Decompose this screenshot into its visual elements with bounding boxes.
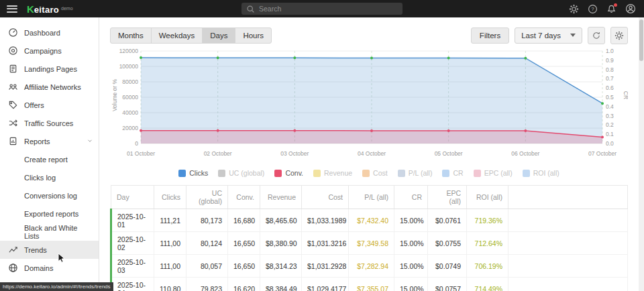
legend-item[interactable]: Revenue	[313, 169, 352, 177]
tab-weekdays[interactable]: Weekdays	[151, 27, 203, 44]
mouse-cursor	[58, 253, 66, 267]
logo-text: eitaro	[34, 5, 59, 15]
legend-item[interactable]: P/L (all)	[398, 169, 433, 177]
tag-icon	[8, 100, 18, 110]
legend-item[interactable]: Cost	[362, 169, 388, 177]
cell: $1,029.4177	[302, 278, 349, 291]
svg-text:0.3: 0.3	[606, 113, 614, 119]
table-row[interactable]: 2025-10-01111,2180,17316,680$8,465.60$1,…	[111, 209, 628, 232]
table-row[interactable]: 2025-10-02111,0080,12416,650$8,380.90$1,…	[111, 232, 628, 255]
date-range-select[interactable]: Last 7 days	[515, 27, 582, 44]
sidebar-item-label: Traffic Sources	[24, 119, 73, 127]
tab-days[interactable]: Days	[202, 27, 235, 44]
column-header[interactable]: UC (global)	[186, 186, 228, 209]
sidebar-item-trends[interactable]: Trends	[0, 241, 99, 259]
legend-label: Revenue	[324, 169, 352, 177]
cell: $8,380.90	[260, 232, 302, 255]
svg-text:06 October: 06 October	[511, 150, 539, 157]
column-header[interactable]: Day	[111, 186, 154, 209]
chevron-down-icon	[570, 34, 576, 37]
page-icon	[8, 64, 18, 74]
legend-label: EPC (all)	[484, 169, 513, 177]
sidebar-item-label: Exported reports	[24, 210, 78, 218]
demo-badge: demo	[61, 6, 73, 11]
cell: 111,00	[154, 255, 186, 278]
column-header[interactable]: ROI (all)	[467, 186, 508, 209]
vertical-scrollbar[interactable]	[639, 17, 644, 291]
sidebar-item-traffic-sources[interactable]: Traffic Sources	[0, 114, 99, 132]
sidebar-item-campaigns[interactable]: Campaigns	[0, 42, 99, 60]
legend-item[interactable]: Clicks	[178, 169, 208, 177]
sidebar-item-label: Create report	[24, 156, 68, 164]
sidebar-item-domains[interactable]: Domains	[0, 259, 99, 277]
cell: 2025-10-02	[111, 232, 154, 255]
sidebar-item-black-white-lists[interactable]: Black and White Lists	[0, 223, 99, 241]
legend-item[interactable]: ROI (all)	[523, 169, 559, 177]
sidebar-item-dashboard[interactable]: Dashboard	[0, 23, 99, 42]
cell-filler	[508, 232, 628, 255]
notifications-bell-icon[interactable]	[606, 3, 617, 15]
column-header[interactable]: Revenue	[260, 186, 302, 209]
sidebar-item-label: Black and White Lists	[24, 224, 93, 240]
sidebar-item-label: Clicks log	[24, 174, 56, 182]
refresh-button[interactable]	[588, 27, 605, 44]
help-icon[interactable]: ?	[587, 3, 598, 15]
legend-item[interactable]: CR	[442, 169, 463, 177]
filters-button[interactable]: Filters	[471, 27, 509, 44]
sidebar-item-landings-pages[interactable]: Landings Pages	[0, 60, 99, 78]
sidebar-item-label: Domains	[24, 264, 53, 272]
legend-label: P/L (all)	[409, 169, 433, 177]
legend-item[interactable]: EPC (all)	[474, 169, 513, 177]
column-header[interactable]: Clicks	[154, 186, 186, 209]
column-header[interactable]: P/L (all)	[349, 186, 394, 209]
notification-dot	[614, 3, 617, 7]
column-header[interactable]: CR	[394, 186, 428, 209]
legend-swatch	[523, 170, 530, 177]
sidebar-item-exported-reports[interactable]: Exported reports	[0, 205, 99, 223]
settings-gear-icon[interactable]	[568, 3, 580, 15]
cell: $7,349.58	[349, 232, 394, 255]
cell: $0.0749	[428, 255, 467, 278]
column-header[interactable]: EPC (all)	[428, 186, 467, 209]
sidebar-item-label: Offers	[24, 101, 44, 109]
sidebar-item-create-report[interactable]: Create report	[0, 150, 99, 168]
column-header[interactable]: Cost	[302, 186, 349, 209]
users-icon	[8, 82, 18, 92]
keitaro-logo[interactable]: Keitaro demo	[27, 3, 73, 15]
search-input[interactable]	[259, 5, 398, 13]
refresh-icon	[592, 31, 601, 40]
date-range-value: Last 7 days	[521, 32, 561, 40]
sidebar-item-affiliate-networks[interactable]: Affiliate Networks	[0, 78, 99, 96]
legend-item[interactable]: UC (global)	[218, 169, 264, 177]
table-row[interactable]: 2025-10-03111,0080,05716,650$8,314.23$1,…	[111, 255, 628, 278]
svg-text:0.2: 0.2	[606, 121, 614, 128]
global-search[interactable]	[241, 3, 402, 15]
svg-text:100000: 100000	[119, 63, 139, 70]
svg-text:0.4: 0.4	[606, 103, 614, 110]
scrollbar-thumb[interactable]	[639, 19, 643, 61]
sidebar-item-conversions-log[interactable]: Conversions log	[0, 186, 99, 205]
tab-months[interactable]: Months	[110, 27, 152, 44]
legend-swatch	[398, 170, 405, 177]
cell: 111,21	[154, 209, 186, 232]
cell: $1,031.3216	[302, 232, 349, 255]
trends-chart: 0200004000060000800001000001200000.00.10…	[110, 47, 628, 165]
table-row[interactable]: 2025-10-04110,8079,82316,620$8,384.49$1,…	[111, 278, 628, 291]
user-avatar[interactable]	[625, 3, 636, 15]
hamburger-menu-icon[interactable]	[7, 5, 17, 13]
svg-text:02 October: 02 October	[204, 150, 232, 157]
chart-settings-button[interactable]	[610, 27, 628, 44]
tab-hours[interactable]: Hours	[235, 27, 272, 44]
sidebar-item-reports[interactable]: Reports	[0, 132, 99, 150]
column-header[interactable]: Conv.	[228, 186, 260, 209]
sidebar-item-clicks-log[interactable]: Clicks log	[0, 168, 99, 186]
svg-text:40000: 40000	[122, 109, 138, 116]
svg-text:07 October: 07 October	[588, 150, 616, 157]
sidebar-item-offers[interactable]: Offers	[0, 96, 99, 114]
legend-swatch	[178, 170, 186, 177]
sidebar-item-label: Landings Pages	[24, 65, 77, 73]
chart-legend: ClicksUC (global)Conv.RevenueCostP/L (al…	[110, 166, 628, 180]
svg-text:05 October: 05 October	[435, 150, 463, 157]
cell: $7,432.40	[349, 209, 394, 232]
legend-item[interactable]: Conv.	[274, 169, 303, 177]
